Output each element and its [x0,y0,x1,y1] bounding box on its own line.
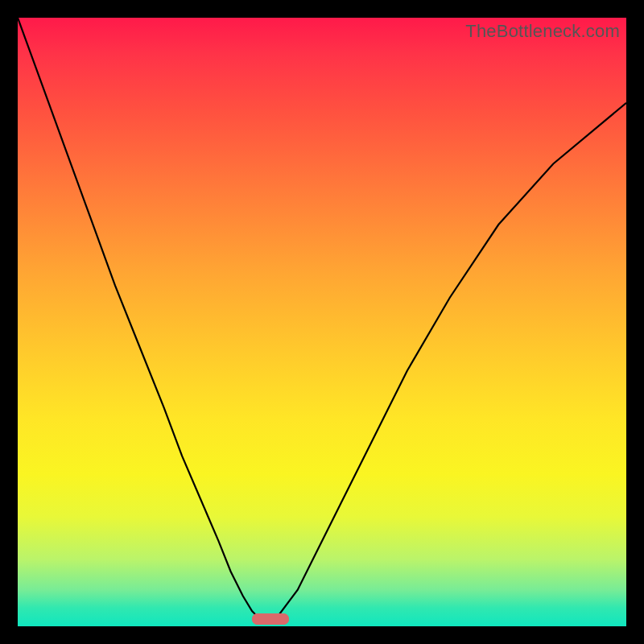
left-branch-curve [18,18,267,623]
right-branch-curve [267,103,626,623]
minimum-marker [252,613,289,625]
plot-area: TheBottleneck.com [18,18,626,626]
curve-layer [18,18,626,626]
chart-frame: TheBottleneck.com [0,0,644,644]
